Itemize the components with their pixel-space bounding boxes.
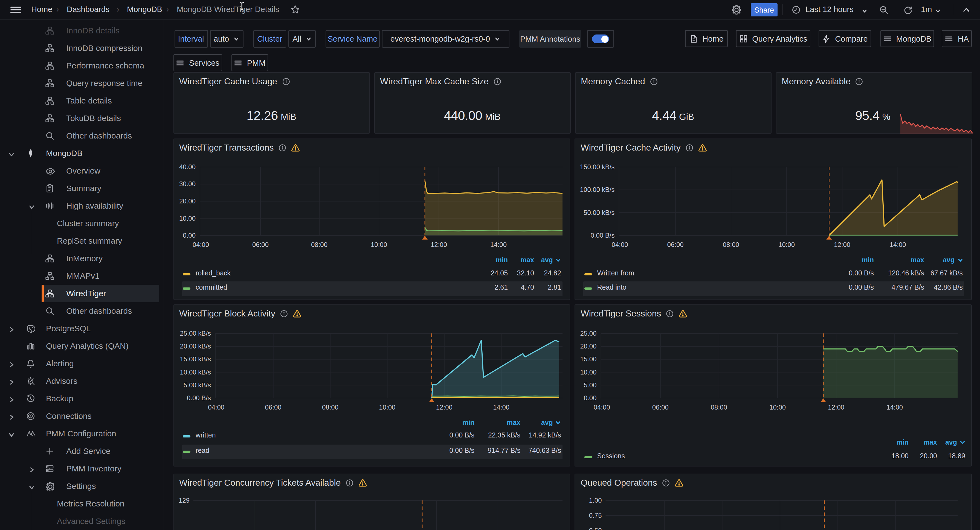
svg-text:14:00: 14:00 bbox=[493, 404, 509, 411]
svg-text:10:00: 10:00 bbox=[371, 241, 387, 248]
svg-text:0.50: 0.50 bbox=[589, 527, 602, 530]
svg-text:10:00: 10:00 bbox=[779, 241, 795, 248]
svg-text:100.00 kB/s: 100.00 kB/s bbox=[580, 186, 615, 193]
svg-text:06:00: 06:00 bbox=[667, 241, 684, 248]
svg-text:14:00: 14:00 bbox=[490, 241, 506, 248]
svg-text:04:00: 04:00 bbox=[612, 241, 628, 248]
svg-text:25.00 kB/s: 25.00 kB/s bbox=[180, 330, 211, 337]
svg-text:0.00 B/s: 0.00 B/s bbox=[591, 231, 615, 239]
svg-text:0.75: 0.75 bbox=[589, 512, 602, 519]
svg-text:10.00: 10.00 bbox=[179, 215, 195, 222]
svg-text:12:00: 12:00 bbox=[430, 241, 447, 248]
svg-text:10.00: 10.00 bbox=[580, 369, 597, 376]
svg-text:10:00: 10:00 bbox=[379, 404, 395, 411]
svg-text:08:00: 08:00 bbox=[322, 404, 338, 411]
svg-text:129: 129 bbox=[178, 496, 189, 504]
svg-text:04:00: 04:00 bbox=[192, 241, 209, 248]
svg-text:14:00: 14:00 bbox=[887, 404, 903, 411]
svg-text:150.00 kB/s: 150.00 kB/s bbox=[580, 163, 615, 171]
svg-text:40.00: 40.00 bbox=[179, 163, 195, 171]
svg-text:06:00: 06:00 bbox=[265, 404, 281, 411]
svg-text:12:00: 12:00 bbox=[834, 241, 851, 248]
svg-text:06:00: 06:00 bbox=[252, 241, 268, 248]
svg-text:0.00 B/s: 0.00 B/s bbox=[186, 394, 211, 402]
svg-text:08:00: 08:00 bbox=[711, 404, 727, 411]
svg-text:06:00: 06:00 bbox=[652, 404, 669, 411]
svg-text:1.00: 1.00 bbox=[589, 496, 602, 504]
svg-text:5.00 kB/s: 5.00 kB/s bbox=[183, 382, 211, 389]
svg-text:10.00 kB/s: 10.00 kB/s bbox=[180, 369, 211, 376]
svg-text:0.00: 0.00 bbox=[584, 394, 597, 402]
svg-text:12:00: 12:00 bbox=[436, 404, 452, 411]
svg-text:08:00: 08:00 bbox=[311, 241, 327, 248]
svg-text:20.00: 20.00 bbox=[580, 342, 597, 350]
svg-text:50.00 kB/s: 50.00 kB/s bbox=[584, 209, 615, 216]
svg-text:30.00: 30.00 bbox=[179, 180, 195, 188]
svg-text:20.00: 20.00 bbox=[179, 197, 195, 205]
svg-text:12:00: 12:00 bbox=[828, 404, 845, 411]
svg-text:20.00 kB/s: 20.00 kB/s bbox=[180, 342, 211, 350]
svg-text:14:00: 14:00 bbox=[890, 241, 906, 248]
svg-text:04:00: 04:00 bbox=[594, 404, 610, 411]
svg-text:15.00 kB/s: 15.00 kB/s bbox=[180, 355, 211, 363]
svg-text:04:00: 04:00 bbox=[208, 404, 224, 411]
svg-text:08:00: 08:00 bbox=[723, 241, 739, 248]
svg-text:10:00: 10:00 bbox=[770, 404, 786, 411]
svg-text:0.00: 0.00 bbox=[183, 231, 195, 239]
svg-text:5.00: 5.00 bbox=[584, 382, 597, 389]
svg-text:25.00: 25.00 bbox=[580, 330, 597, 337]
svg-text:15.00: 15.00 bbox=[580, 355, 597, 363]
